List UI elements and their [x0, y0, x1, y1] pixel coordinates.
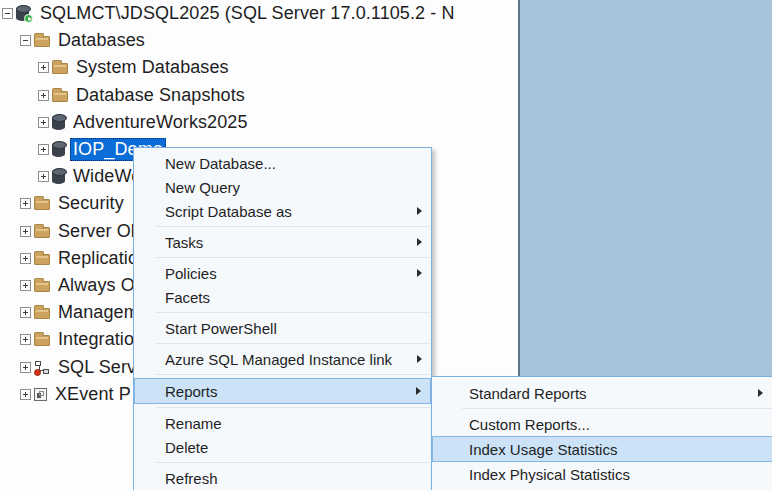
menu-item-label: New Query: [165, 179, 240, 196]
database-icon: [52, 169, 65, 184]
tree-node-label: Replicatio: [55, 247, 141, 270]
database-context-menu: New Database...New QueryScript Database …: [133, 147, 432, 490]
menu-item-label: Delete: [165, 439, 208, 456]
tree-node-label: Database Snapshots: [73, 84, 248, 107]
menu-separator-line: [156, 312, 430, 313]
document-pane: [518, 0, 772, 377]
expand-plus-icon[interactable]: [38, 171, 49, 182]
menu-item-script-database-as[interactable]: Script Database as: [134, 199, 431, 223]
xevent-profiler-icon: [34, 388, 47, 401]
menu-separator-line: [156, 462, 430, 463]
folder-icon: [34, 308, 50, 319]
menu-item-refresh[interactable]: Refresh: [134, 466, 431, 490]
menu-item-facets[interactable]: Facets: [134, 285, 431, 309]
menu-item-delete[interactable]: Delete: [134, 435, 431, 459]
menu-item-label: Reports: [165, 383, 218, 400]
submenu-arrow-icon: [417, 355, 422, 363]
menu-separator: [134, 340, 431, 347]
menu-item-new-query[interactable]: New Query: [134, 175, 431, 199]
menu-item-index-physical-statistics[interactable]: Index Physical Statistics: [432, 462, 772, 486]
menu-item-reports[interactable]: Reports: [134, 378, 431, 404]
menu-item-label: Tasks: [165, 234, 203, 251]
server-online-badge-icon: [24, 14, 33, 23]
menu-item-label: Script Database as: [165, 203, 292, 220]
menu-item-label: Rename: [165, 415, 222, 432]
expand-plus-icon[interactable]: [20, 280, 31, 291]
expand-plus-icon[interactable]: [38, 117, 49, 128]
folder-icon: [34, 227, 50, 238]
tree-node-label: Databases: [55, 29, 148, 52]
expand-plus-icon[interactable]: [20, 389, 31, 400]
menu-separator: [134, 459, 431, 466]
sql-server-agent-icon: [34, 360, 50, 375]
tree-node-label: AdventureWorks2025: [70, 111, 251, 134]
tree-node-label: SQLMCT\JDSQL2025 (SQL Server 17.0.1105.2…: [37, 2, 458, 25]
menu-separator-line: [156, 226, 430, 227]
menu-item-policies[interactable]: Policies: [134, 261, 431, 285]
submenu-arrow-icon: [416, 387, 421, 395]
collapse-minus-icon[interactable]: [2, 8, 13, 19]
menu-item-label: Standard Reports: [469, 385, 587, 402]
database-icon: [52, 115, 65, 130]
folder-icon: [34, 199, 50, 210]
tree-node-label: Integratio: [55, 328, 137, 351]
expand-plus-icon[interactable]: [20, 362, 31, 373]
server-icon: [16, 6, 32, 22]
menu-item-label: Start PowerShell: [165, 320, 277, 337]
menu-item-new-database[interactable]: New Database...: [134, 151, 431, 175]
folder-icon: [34, 335, 50, 346]
menu-item-rename[interactable]: Rename: [134, 411, 431, 435]
menu-item-azure-sql-managed-instance-link[interactable]: Azure SQL Managed Instance link: [134, 347, 431, 371]
submenu-arrow-icon: [758, 389, 763, 397]
tree-node-label: SQL Serv: [55, 356, 139, 379]
submenu-arrow-icon: [417, 238, 422, 246]
reports-submenu: Standard ReportsCustom Reports...Index U…: [431, 376, 772, 490]
menu-separator-line: [156, 407, 430, 408]
menu-item-label: Policies: [165, 265, 217, 282]
menu-separator: [432, 405, 772, 412]
menu-item-label: Azure SQL Managed Instance link: [165, 351, 392, 368]
menu-separator-line: [462, 408, 772, 409]
folder-icon: [52, 91, 68, 102]
menu-separator: [134, 404, 431, 411]
menu-item-standard-reports[interactable]: Standard Reports: [432, 381, 772, 405]
folder-icon: [34, 254, 50, 265]
menu-separator: [134, 254, 431, 261]
menu-item-label: Index Physical Statistics: [469, 466, 630, 483]
menu-item-label: Index Usage Statistics: [469, 441, 617, 458]
tree-node-label: Server Ob: [55, 220, 144, 243]
expand-plus-icon[interactable]: [20, 307, 31, 318]
folder-icon: [52, 63, 68, 74]
expand-plus-icon[interactable]: [38, 144, 49, 155]
menu-item-custom-reports[interactable]: Custom Reports...: [432, 412, 772, 436]
folder-icon: [34, 281, 50, 292]
submenu-arrow-icon: [417, 207, 422, 215]
menu-separator-line: [156, 257, 430, 258]
menu-separator: [134, 223, 431, 230]
expand-plus-icon[interactable]: [20, 226, 31, 237]
expand-plus-icon[interactable]: [20, 253, 31, 264]
tree-node-label: System Databases: [73, 56, 232, 79]
menu-separator-line: [156, 343, 430, 344]
menu-separator: [134, 309, 431, 316]
expand-plus-icon[interactable]: [38, 62, 49, 73]
tree-node-label: Security: [55, 192, 127, 215]
menu-item-tasks[interactable]: Tasks: [134, 230, 431, 254]
database-icon: [52, 142, 65, 157]
menu-separator-line: [156, 374, 430, 375]
expand-plus-icon[interactable]: [38, 90, 49, 101]
tree-node-label: Managem: [55, 301, 142, 324]
menu-separator: [134, 371, 431, 378]
tree-node-label: Always O: [55, 274, 138, 297]
collapse-minus-icon[interactable]: [20, 35, 31, 46]
menu-item-label: Facets: [165, 289, 210, 306]
menu-item-label: Refresh: [165, 470, 218, 487]
tree-node-label: XEvent P: [52, 383, 134, 406]
expand-plus-icon[interactable]: [20, 334, 31, 345]
menu-item-label: New Database...: [165, 155, 276, 172]
menu-item-label: Custom Reports...: [469, 416, 590, 433]
menu-item-start-powershell[interactable]: Start PowerShell: [134, 316, 431, 340]
expand-plus-icon[interactable]: [20, 198, 31, 209]
submenu-arrow-icon: [417, 269, 422, 277]
menu-item-index-usage-statistics[interactable]: Index Usage Statistics: [432, 436, 772, 462]
